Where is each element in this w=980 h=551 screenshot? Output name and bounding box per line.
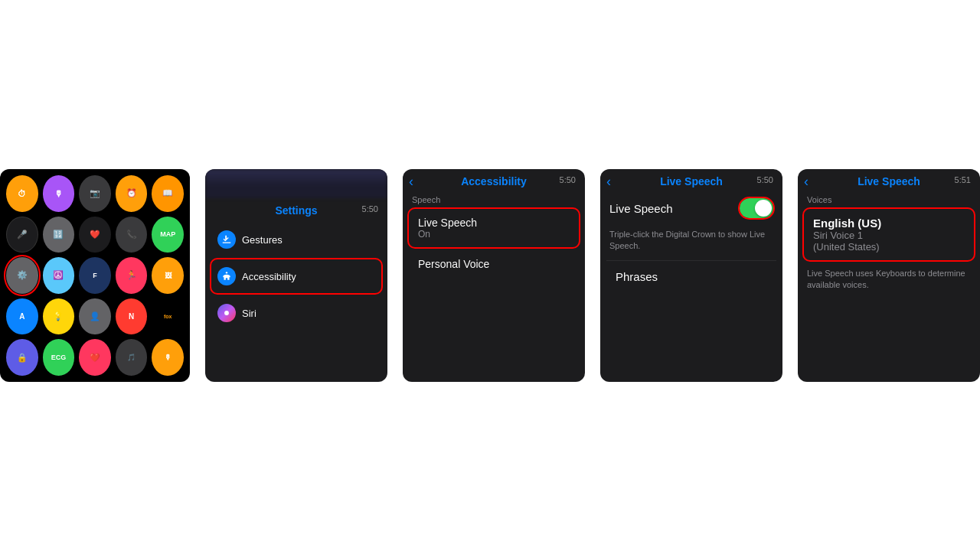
personal-voice-item[interactable]: Personal Voice (409, 250, 579, 278)
voices-section-label: Voices (798, 191, 980, 206)
camera-app[interactable]: 📷 (79, 175, 111, 212)
maps-app[interactable]: MAP (152, 217, 184, 253)
svg-point-0 (226, 272, 227, 273)
settings-time: 5:50 (362, 204, 378, 214)
accessibility-icon (217, 267, 236, 285)
live-speech-description: Triple-click the Digital Crown to show L… (600, 226, 782, 260)
voices-back-btn[interactable]: ‹ (804, 174, 808, 188)
tips-app[interactable]: 💡 (43, 298, 75, 335)
podcasts-app[interactable]: 🎙 (43, 175, 75, 212)
settings-header: 5:50 Settings (205, 198, 387, 220)
screen3-accessibility: ‹ 5:50 Accessibility Speech Live Speech … (403, 169, 585, 382)
live-speech-item[interactable]: Live Speech On (409, 209, 579, 247)
live-speech-header-title: Live Speech (660, 175, 723, 187)
screen5-voices: ‹ 5:51 Live Speech Voices English (US) S… (798, 169, 980, 382)
live-speech-item-title: Live Speech (418, 217, 570, 229)
voice-sub1: Siri Voice 1 (813, 230, 965, 241)
app-grid: ⏱ 🎙 📷 ⏰ 📖 🎤 🔢 ❤️ 📞 MAP ⚙️ ☮️ F 🏃 🖼 A 💡 👤… (0, 169, 190, 382)
unknown-app4[interactable]: ❤️ (79, 339, 111, 376)
accessibility-label: Accessibility (242, 271, 296, 282)
english-us-voice-item[interactable]: English (US) Siri Voice 1 (United States… (804, 209, 974, 260)
app-store-app[interactable]: A (6, 298, 38, 335)
live-speech-toggle-row: Live Speech (600, 191, 782, 226)
settings-title: Settings (275, 204, 317, 217)
phone-app[interactable]: 📞 (116, 217, 148, 253)
fox-app[interactable]: fox (152, 298, 184, 335)
phrases-item[interactable]: Phrases (606, 260, 776, 292)
voices-header: ‹ 5:51 Live Speech (798, 169, 980, 191)
accessibility-time: 5:50 (560, 175, 576, 184)
accessibility-back-btn[interactable]: ‹ (409, 174, 413, 188)
unknown-app1[interactable]: ⏰ (116, 175, 148, 212)
accessibility-header: ‹ 5:50 Accessibility (403, 169, 585, 191)
live-speech-time: 5:50 (757, 175, 773, 184)
phrases-label: Phrases (616, 270, 658, 283)
live-speech-toggle[interactable] (740, 198, 773, 218)
siri-label: Siri (242, 308, 256, 319)
accessibility-title: Accessibility (461, 175, 527, 187)
live-speech-header: ‹ 5:50 Live Speech (600, 169, 782, 191)
voices-header-title: Live Speech (858, 175, 920, 187)
accessibility-item[interactable]: Accessibility (211, 259, 381, 293)
contacts-app[interactable]: 👤 (79, 298, 111, 335)
settings-list: Gestures Accessibility Siri (205, 220, 387, 336)
gestures-item[interactable]: Gestures (211, 223, 381, 256)
mindfulness-app[interactable]: ☮️ (43, 257, 75, 294)
svg-point-1 (224, 311, 229, 315)
ford-app[interactable]: F (79, 257, 111, 294)
voice-note: Live Speech uses Keyboards to determine … (798, 263, 980, 296)
voice-memos-app[interactable]: 🎤 (6, 217, 38, 253)
screen1-app-grid: ⏱ 🎙 📷 ⏰ 📖 🎤 🔢 ❤️ 📞 MAP ⚙️ ☮️ F 🏃 🖼 A 💡 👤… (0, 169, 190, 382)
gestures-label: Gestures (242, 234, 283, 246)
gestures-icon (217, 230, 236, 249)
speech-section-label: Speech (403, 191, 585, 206)
unknown-app3[interactable]: ECG (43, 339, 75, 376)
settings-app[interactable]: ⚙️ (6, 257, 38, 294)
siri-item[interactable]: Siri (211, 296, 381, 330)
health-app[interactable]: ❤️ (79, 217, 111, 253)
voice-sub2: (United States) (813, 241, 965, 253)
live-speech-back-btn[interactable]: ‹ (606, 174, 611, 188)
live-speech-item-subtitle: On (418, 229, 570, 240)
calculator-app[interactable]: 🔢 (43, 217, 75, 253)
screen4-live-speech: ‹ 5:50 Live Speech Live Speech Triple-cl… (600, 169, 782, 382)
photos-app[interactable]: 🖼 (152, 257, 184, 294)
fitness-app[interactable]: 🏃 (116, 257, 148, 294)
personal-voice-title: Personal Voice (418, 258, 570, 270)
voices-time: 5:51 (955, 175, 971, 184)
unknown-app6[interactable]: 🎙 (152, 339, 184, 376)
timer-app[interactable]: ⏱ (6, 175, 38, 212)
unknown-app2[interactable]: 🔒 (6, 339, 38, 376)
voice-name: English (US) (813, 217, 965, 230)
news-app[interactable]: N (116, 298, 148, 335)
screen2-settings: 5:50 Settings Gestures Accessibility Sir… (205, 169, 387, 382)
siri-icon (217, 304, 236, 322)
live-speech-toggle-label: Live Speech (609, 202, 673, 215)
unknown-app5[interactable]: 🎵 (116, 339, 148, 376)
books-app[interactable]: 📖 (152, 175, 184, 212)
